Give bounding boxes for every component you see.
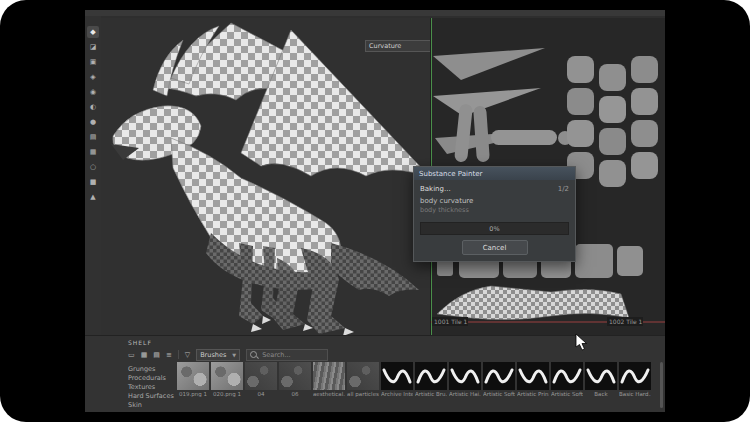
- grid-view-icon[interactable]: ▦: [141, 351, 148, 359]
- shelf-category-list: Grunges Procedurals Textures Hard Surfac…: [128, 366, 174, 409]
- brush-stroke-preview: [585, 362, 617, 390]
- dialog-title[interactable]: Substance Painter: [414, 167, 575, 180]
- category-procedurals[interactable]: Procedurals: [128, 375, 174, 382]
- thumbnail-label: 04: [245, 391, 277, 397]
- thumbnail-label: Artistic Prin...: [517, 391, 549, 397]
- channel-dropdown[interactable]: Curvature ▼: [365, 40, 431, 52]
- toolbar-separator: [178, 350, 179, 359]
- shelf-thumbnail[interactable]: Basic Hard...: [619, 362, 651, 397]
- baking-counter: 1/2: [558, 185, 569, 193]
- thumbnail-label: Basic Hard...: [619, 391, 651, 397]
- folder-icon[interactable]: ▭: [128, 351, 135, 359]
- shelf-thumbnail[interactable]: Back: [585, 362, 617, 397]
- shelf-title: SHELF: [128, 339, 152, 346]
- channel-dropdown-value: Curvature: [369, 42, 401, 50]
- brushes-dropdown[interactable]: Brushes ▼: [196, 349, 240, 361]
- thumbnail-label: all particles: [347, 391, 379, 397]
- thumbnail-label: 06: [279, 391, 311, 397]
- texture-preview: [279, 362, 311, 390]
- thumbnail-label: 019.png 1: [177, 391, 209, 397]
- category-hard-surfaces[interactable]: Hard Surfaces: [128, 393, 174, 400]
- thumbnail-label: Archive Inte...: [381, 391, 413, 397]
- thumbnail-label: Artistic Soft...: [551, 391, 583, 397]
- left-toolbar: ◆ ◪ ▣ ◈ ◉ ◐ ● ▤ ▦ ○ ■ ▲: [85, 16, 101, 335]
- shelf-thumbnail[interactable]: Artistic Soft...: [551, 362, 583, 397]
- device-frame: ◆ ◪ ▣ ◈ ◉ ◐ ● ▤ ▦ ○ ■ ▲: [0, 0, 750, 422]
- brush-stroke-preview: [381, 362, 413, 390]
- chevron-down-icon: ▼: [232, 352, 236, 358]
- shelf-thumbnail[interactable]: 04: [245, 362, 277, 397]
- shelf-scrollbar[interactable]: [660, 362, 663, 408]
- texture-preview: [347, 362, 379, 390]
- search-input[interactable]: [260, 350, 324, 360]
- baking-next-item: body thickness: [420, 206, 569, 214]
- shelf-thumbnail[interactable]: 06: [279, 362, 311, 397]
- shelf-thumbnail[interactable]: 019.png 1: [177, 362, 209, 397]
- brush-stroke-preview: [449, 362, 481, 390]
- category-grunges[interactable]: Grunges: [128, 366, 174, 373]
- polygon-fill-tool-icon[interactable]: ◈: [87, 71, 99, 83]
- smudge-tool-icon[interactable]: ◉: [87, 86, 99, 98]
- shelf-thumbnail[interactable]: Artistic Prin...: [517, 362, 549, 397]
- material-picker-icon[interactable]: ●: [87, 116, 99, 128]
- thumbnail-label: Artistic Soft...: [483, 391, 515, 397]
- brush-stroke-preview: [415, 362, 447, 390]
- thumbnail-label: Back: [585, 391, 617, 397]
- texture-preview: [211, 362, 243, 390]
- baking-current-item: body curvature: [420, 197, 569, 205]
- shelf-thumbnail[interactable]: all particles: [347, 362, 379, 397]
- viewport-3d[interactable]: Curvature ▼: [101, 18, 431, 335]
- projection-tool-icon[interactable]: ▣: [87, 56, 99, 68]
- brushes-dropdown-value: Brushes: [200, 351, 226, 359]
- texture-preview: [245, 362, 277, 390]
- dragon-model-checker-preview: [101, 18, 431, 335]
- udim-tile-label-left: 1001 Tile 1: [434, 318, 468, 325]
- search-icon: [250, 351, 257, 358]
- list-view-icon[interactable]: ▤: [153, 351, 160, 359]
- thumbnail-label: Artistic Bru...: [415, 391, 447, 397]
- brush-stroke-preview: [517, 362, 549, 390]
- window-top-bar: [85, 10, 665, 16]
- shelf-thumbnail[interactable]: Archive Inte...: [381, 362, 413, 397]
- cancel-button[interactable]: Cancel: [462, 240, 528, 255]
- shelf-search[interactable]: [246, 349, 328, 361]
- baking-status: Baking...: [420, 185, 451, 193]
- details-view-icon[interactable]: ≡: [166, 351, 172, 359]
- brush-stroke-preview: [483, 362, 515, 390]
- brush-stroke-preview: [619, 362, 651, 390]
- udim-tile-label-right: 1002 Tile 1: [609, 318, 643, 325]
- thumbnail-label: Artistic Hai...: [449, 391, 481, 397]
- category-textures[interactable]: Textures: [128, 384, 174, 391]
- mouse-cursor: [575, 333, 587, 351]
- eraser-tool-icon[interactable]: ◪: [87, 41, 99, 53]
- substance-painter-window: ◆ ◪ ▣ ◈ ◉ ◐ ● ▤ ▦ ○ ■ ▲: [85, 10, 665, 412]
- symmetry-icon[interactable]: ▦: [87, 146, 99, 158]
- display-settings-icon[interactable]: ■: [87, 176, 99, 188]
- viewer-settings-icon[interactable]: ○: [87, 161, 99, 173]
- brush-stroke-preview: [551, 362, 583, 390]
- shelf-thumbnail-row: 019.png 1 020.png 1 04 06 aesthetical...…: [177, 362, 651, 397]
- thumbnail-label: aesthetical...: [313, 391, 345, 397]
- filter-icon[interactable]: ▽: [185, 351, 190, 359]
- thumbnail-label: 020.png 1: [211, 391, 243, 397]
- progress-percent: 0%: [489, 225, 499, 233]
- camera-tool-icon[interactable]: ▲: [87, 191, 99, 203]
- category-skin[interactable]: Skin: [128, 402, 174, 409]
- baking-dialog: Substance Painter Baking... 1/2 body cur…: [413, 166, 576, 262]
- texture-preview: [313, 362, 345, 390]
- quick-mask-icon[interactable]: ▤: [87, 131, 99, 143]
- shelf-thumbnail[interactable]: aesthetical...: [313, 362, 345, 397]
- shelf-thumbnail[interactable]: Artistic Bru...: [415, 362, 447, 397]
- clone-tool-icon[interactable]: ◐: [87, 101, 99, 113]
- shelf-thumbnail[interactable]: Artistic Soft...: [483, 362, 515, 397]
- progress-bar: 0%: [420, 222, 569, 235]
- shelf-thumbnail[interactable]: 020.png 1: [211, 362, 243, 397]
- shelf-thumbnail[interactable]: Artistic Hai...: [449, 362, 481, 397]
- paint-tool-icon[interactable]: ◆: [87, 26, 99, 38]
- texture-preview: [177, 362, 209, 390]
- shelf-toolbar: ▭ ▦ ▤ ≡ ▽ Brushes ▼: [128, 348, 328, 361]
